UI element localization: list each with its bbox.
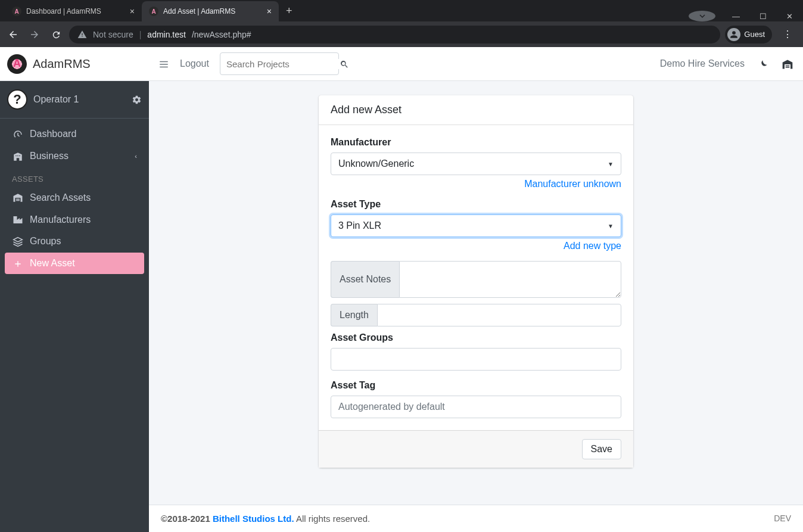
length-input[interactable] <box>377 304 621 326</box>
search-icon[interactable] <box>340 58 349 69</box>
url-host: admin.test <box>147 30 186 39</box>
asset-groups-input[interactable] <box>331 348 621 371</box>
footer: ©2018-2021 Bithell Studios Ltd. All righ… <box>149 505 803 532</box>
kebab-menu-button[interactable]: ⋮ <box>777 29 798 40</box>
moon-icon[interactable] <box>758 58 768 70</box>
logout-link[interactable]: Logout <box>180 58 209 69</box>
new-tab-button[interactable]: + <box>279 5 300 17</box>
manufacturer-group: Manufacturer Unknown/Generic ▼ Manufactu… <box>331 137 621 189</box>
sidebar-item-label: Groups <box>30 236 61 247</box>
sidebar-item-label: Business <box>30 151 69 161</box>
close-icon[interactable]: × <box>130 7 135 16</box>
manufacturer-value: Unknown/Generic <box>338 158 414 169</box>
chevron-down-icon[interactable] <box>689 11 715 21</box>
user-panel: ? Operator 1 <box>0 81 149 119</box>
close-icon[interactable]: × <box>267 7 272 16</box>
asset-type-select[interactable]: 3 Pin XLR ▼ <box>331 214 621 237</box>
layers-icon <box>12 236 24 247</box>
save-button[interactable]: Save <box>582 439 621 459</box>
add-new-type-link[interactable]: Add new type <box>564 241 621 251</box>
sidebar-item-label: Search Assets <box>30 192 91 203</box>
rights-text: All rights reserved. <box>294 514 371 524</box>
url-box[interactable]: Not secure | admin.test/newAsset.php# <box>69 26 720 43</box>
content: Add new Asset Manufacturer Unknown/Gener… <box>149 81 803 505</box>
nav: Dashboard Business ‹ ASSETS Search Asset… <box>0 119 149 279</box>
tab-title: Dashboard | AdamRMS <box>26 7 101 15</box>
minimize-button[interactable]: — <box>723 12 749 21</box>
sidebar-item-label: New Asset <box>30 258 75 269</box>
close-window-button[interactable]: ✕ <box>776 12 803 21</box>
avatar: ? <box>7 89 27 110</box>
asset-tag-label: Asset Tag <box>331 380 621 391</box>
browser-chrome: A Dashboard | AdamRMS × A Add Asset | Ad… <box>0 0 803 47</box>
search-input[interactable] <box>226 59 340 69</box>
asset-tag-input[interactable] <box>331 396 621 418</box>
topbar: Logout Demo Hire Services <box>149 47 803 81</box>
not-secure-label: Not secure <box>93 30 133 39</box>
url-path: /newAsset.php# <box>192 30 251 39</box>
guest-label: Guest <box>744 30 765 39</box>
nav-header-assets: ASSETS <box>5 167 144 187</box>
reload-button[interactable] <box>48 29 64 39</box>
back-button[interactable] <box>5 29 21 40</box>
asset-type-value: 3 Pin XLR <box>338 220 381 231</box>
address-bar: Not secure | admin.test/newAsset.php# Gu… <box>0 21 803 47</box>
service-link[interactable]: Demo Hire Services <box>660 58 745 69</box>
tab-bar: A Dashboard | AdamRMS × A Add Asset | Ad… <box>0 0 803 21</box>
separator: | <box>139 30 142 39</box>
manufacturer-unknown-link[interactable]: Manufacturer unknown <box>524 179 621 189</box>
length-group: Length <box>331 304 621 326</box>
dashboard-icon <box>12 129 24 140</box>
asset-notes-input[interactable] <box>399 261 621 298</box>
sidebar-item-dashboard[interactable]: Dashboard <box>5 123 144 145</box>
forward-button[interactable] <box>26 29 43 40</box>
chevron-down-icon: ▼ <box>608 223 614 229</box>
asset-groups-group: Asset Groups <box>331 332 621 371</box>
browser-tab-add-asset[interactable]: A Add Asset | AdamRMS × <box>142 1 279 21</box>
asset-notes-group: Asset Notes <box>331 261 621 298</box>
sidebar-item-search-assets[interactable]: Search Assets <box>5 187 144 209</box>
copyright-text: ©2018-2021 Bithell Studios Ltd. <box>161 514 294 524</box>
card-title: Add new Asset <box>319 95 633 125</box>
warehouse-icon <box>12 192 24 204</box>
warehouse-icon[interactable] <box>782 57 793 70</box>
topbar-right: Demo Hire Services <box>660 57 793 70</box>
favicon-icon: A <box>12 7 21 16</box>
sidebar-item-label: Dashboard <box>30 129 76 139</box>
sidebar-item-groups[interactable]: Groups <box>5 231 144 253</box>
plus-icon <box>12 258 24 269</box>
main: Logout Demo Hire Services Add new Asset <box>149 47 803 532</box>
manufacturer-label: Manufacturer <box>331 137 621 148</box>
add-asset-card: Add new Asset Manufacturer Unknown/Gener… <box>319 95 633 468</box>
favicon-icon: A <box>149 7 158 16</box>
asset-groups-label: Asset Groups <box>331 332 621 343</box>
guest-profile-button[interactable]: Guest <box>725 26 772 43</box>
gear-icon[interactable] <box>132 94 142 105</box>
sidebar: AdamRMS ? Operator 1 Dashboard Business … <box>0 47 149 532</box>
sidebar-item-label: Manufacturers <box>30 214 91 225</box>
asset-type-group: Asset Type 3 Pin XLR ▼ Add new type <box>331 199 621 251</box>
search-projects-box <box>220 52 339 75</box>
brand-name: AdamRMS <box>33 57 91 71</box>
maximize-button[interactable]: ☐ <box>749 12 776 21</box>
logo-icon <box>7 54 27 74</box>
hamburger-icon[interactable] <box>158 58 169 70</box>
sidebar-item-business[interactable]: Business ‹ <box>5 145 144 167</box>
person-icon <box>727 28 740 41</box>
warning-icon <box>77 29 87 39</box>
browser-tab-dashboard[interactable]: A Dashboard | AdamRMS × <box>5 1 142 21</box>
building-icon <box>12 151 24 162</box>
sidebar-item-manufacturers[interactable]: Manufacturers <box>5 209 144 231</box>
brand[interactable]: AdamRMS <box>0 47 149 81</box>
manufacturer-select[interactable]: Unknown/Generic ▼ <box>331 153 621 175</box>
asset-type-label: Asset Type <box>331 199 621 210</box>
env-label: DEV <box>774 514 791 524</box>
industry-icon <box>12 214 24 225</box>
company-link[interactable]: Bithell Studios Ltd. <box>213 514 294 524</box>
window-controls: — ☐ ✕ <box>689 11 803 21</box>
tab-title: Add Asset | AdamRMS <box>163 7 235 15</box>
length-label: Length <box>331 304 377 326</box>
asset-notes-label: Asset Notes <box>331 261 399 298</box>
chevron-down-icon: ▼ <box>608 161 614 167</box>
sidebar-item-new-asset[interactable]: New Asset <box>5 253 144 274</box>
